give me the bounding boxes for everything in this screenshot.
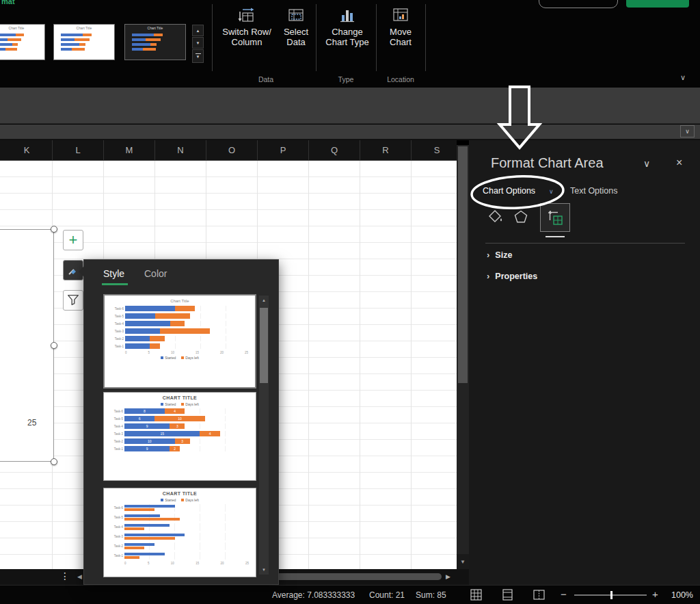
column-header-o[interactable]: O — [206, 140, 258, 160]
flyout-scrollbar-thumb[interactable] — [260, 308, 268, 383]
bar-days-left — [155, 313, 190, 319]
bar-started: 9 — [124, 446, 170, 451]
zoom-out-button[interactable]: − — [561, 588, 567, 600]
select-data-button[interactable]: Select Data — [278, 3, 314, 47]
scroll-up-button[interactable]: ▲ — [259, 296, 269, 305]
size-properties-tab[interactable] — [540, 203, 570, 232]
scroll-left-button[interactable]: ◀ — [77, 573, 82, 580]
stacked-bar: 154 — [124, 431, 250, 436]
chart-style-gallery-thumb[interactable]: Chart Title — [124, 24, 186, 60]
collapse-ribbon-button[interactable]: ∨ — [675, 70, 690, 84]
bar-started — [61, 43, 79, 46]
status-sum[interactable]: Sum: 85 — [416, 590, 446, 600]
stacked-bar: 610 — [124, 416, 250, 421]
chart-axis: 0510152025 — [125, 351, 248, 354]
zoom-slider-thumb[interactable] — [610, 591, 612, 599]
tab-text-options[interactable]: Text Options — [570, 186, 617, 196]
column-header-n[interactable]: N — [155, 140, 206, 160]
size-section-header[interactable]: › Size — [487, 250, 512, 260]
page-layout-view-button[interactable] — [502, 589, 513, 603]
chevron-right-icon: › — [487, 271, 489, 281]
bar-days-left — [5, 48, 17, 51]
chart-filters-button[interactable] — [63, 290, 83, 311]
chart-options-dropdown-chevron[interactable]: ∨ — [549, 188, 554, 195]
tab-style[interactable]: Style — [103, 268, 124, 279]
scroll-down-button[interactable]: ▼ — [259, 565, 269, 575]
status-count[interactable]: Count: 21 — [369, 590, 405, 600]
selection-handle[interactable] — [51, 458, 57, 465]
selection-handle[interactable] — [51, 226, 57, 233]
column-header-r[interactable]: R — [360, 140, 412, 160]
down-triangle-icon: ▼ — [196, 41, 200, 45]
bar-days-left — [72, 48, 85, 51]
formula-bar-expand-button[interactable]: ∨ — [680, 125, 695, 137]
plus-icon: + — [69, 233, 78, 248]
tab-color[interactable]: Color — [144, 268, 167, 279]
chart-bars — [124, 523, 250, 531]
column-header-q[interactable]: Q — [309, 140, 360, 160]
selection-handle[interactable] — [51, 342, 57, 349]
bar-days-left — [170, 321, 185, 326]
legend-item: Started — [161, 498, 176, 502]
chart-style-gallery-thumb[interactable]: Chart Title — [53, 24, 115, 60]
change-chart-type-button[interactable]: Change Chart Type — [321, 3, 373, 47]
comments-button[interactable] — [539, 0, 618, 8]
legend-label: Started — [165, 356, 176, 360]
chart-style-title: Chart Title — [105, 296, 255, 304]
chart-style-gallery-thumb[interactable]: Chart Title — [0, 24, 45, 60]
pane-options-chevron[interactable]: ∨ — [643, 158, 650, 169]
zoom-percentage[interactable]: 100% — [671, 590, 693, 600]
thumb-mini-chart — [54, 30, 114, 54]
properties-section-header[interactable]: › Properties — [487, 271, 537, 281]
fill-line-tab[interactable] — [487, 209, 503, 228]
switch-row-column-button[interactable]: Switch Row/ Column — [217, 3, 276, 47]
scroll-right-button[interactable]: ▶ — [446, 573, 450, 580]
close-icon: × — [676, 157, 682, 168]
gallery-scroll-up-button[interactable]: ▲ — [192, 25, 204, 36]
column-header-k[interactable]: K — [1, 140, 53, 160]
bar-started — [124, 514, 160, 517]
legend-item: Started — [161, 356, 176, 360]
style-card-list: Chart TitleTask-6Task-5Task-4Task-3Task-… — [103, 294, 256, 577]
bar-started — [132, 48, 143, 51]
normal-view-button[interactable] — [470, 589, 482, 603]
chart-bars: 610 — [124, 416, 250, 421]
gallery-more-button[interactable]: ▼ — [192, 49, 204, 63]
zoom-in-button[interactable]: + — [652, 588, 658, 600]
column-header-m[interactable]: M — [104, 140, 155, 160]
status-average[interactable]: Average: 7.083333333 — [272, 590, 355, 600]
share-button[interactable] — [626, 0, 689, 8]
chart-row: Task-2 — [109, 542, 250, 550]
effects-tab[interactable] — [513, 209, 529, 228]
chart-style-card[interactable]: CHART TITLEStartedDays leftTask-6Task-5T… — [103, 488, 256, 577]
task-label: Task-2 — [109, 544, 124, 548]
gallery-scroll-down-button[interactable]: ▼ — [192, 37, 204, 49]
column-header-l[interactable]: L — [53, 140, 104, 160]
excel-window: mat Chart Title Chart Title Chart Title … — [0, 0, 700, 604]
chart-row: Task-5 — [110, 313, 250, 319]
chart-bars — [124, 552, 250, 560]
selected-chart-object[interactable]: 25 — [0, 229, 54, 462]
ribbon-divider — [316, 4, 317, 71]
vertical-scrollbar[interactable]: ▼ — [457, 145, 469, 569]
chevron-down-icon: ∨ — [549, 188, 554, 195]
axis-tick: 20 — [220, 351, 224, 354]
chart-bars — [125, 321, 250, 326]
move-chart-button[interactable]: Move Chart — [379, 3, 422, 47]
chart-style-card[interactable]: Chart TitleTask-6Task-5Task-4Task-3Task-… — [103, 294, 256, 389]
scroll-down-button[interactable]: ▼ — [457, 554, 469, 569]
chart-style-card[interactable]: CHART TITLEStartedDays leftTask-684Task-… — [103, 392, 256, 481]
bar-started: 9 — [124, 423, 170, 429]
vertical-scrollbar-thumb[interactable] — [458, 146, 468, 383]
chart-elements-button[interactable]: + — [63, 230, 83, 250]
chart-row: Task-6 — [109, 504, 250, 512]
thumb-mini-chart — [125, 30, 185, 54]
column-header-s[interactable]: S — [412, 140, 457, 160]
formula-bar[interactable]: ∨ — [0, 124, 700, 140]
pane-close-button[interactable]: × — [676, 157, 682, 169]
column-header-p[interactable]: P — [258, 140, 309, 160]
tab-chart-options[interactable]: Chart Options — [483, 186, 535, 196]
sheet-options-kebab[interactable]: ⋮ — [60, 570, 70, 581]
flyout-scrollbar[interactable]: ▲ ▼ — [259, 296, 269, 575]
page-break-preview-button[interactable] — [533, 589, 545, 603]
